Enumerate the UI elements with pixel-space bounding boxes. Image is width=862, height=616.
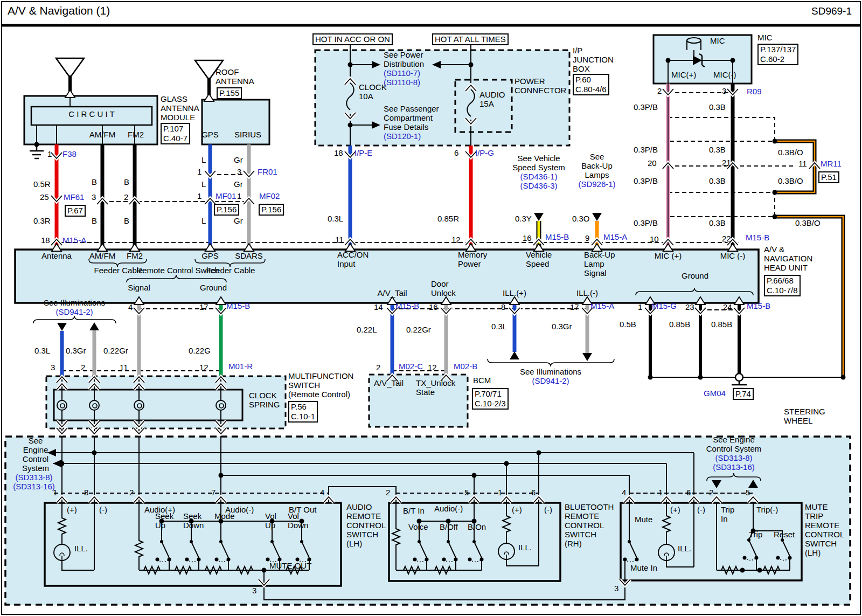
label-m15-b: M15-B [746, 233, 769, 243]
label-p-66-68-c-10-7-8: P.66/68 C.10-7/8 [764, 275, 801, 296]
label-a-v-tail: A/V_Tail [377, 289, 407, 298]
label-m02-b: M02-B [454, 362, 477, 371]
label-p-56-c-10-1: P.56 C.10-1 [288, 401, 318, 423]
label-a-v-navigation-head-unit: A/V & NAVIGATION HEAD UNIT [764, 245, 812, 273]
label-18: 18 [334, 149, 343, 158]
label-gr: Gr [234, 180, 243, 189]
label-0-3b-o: 0.3B/O [795, 219, 821, 228]
label-p-137-137-c-60-2: P.137/137 C.60-2 [757, 44, 798, 65]
label-p-51: P.51 [818, 171, 839, 183]
label-a-v-tail: A/V_Tail [374, 379, 404, 388]
label-1: 1 [197, 168, 201, 177]
label-trip-in: Trip In [721, 506, 734, 524]
label-24: 24 [723, 303, 732, 312]
label-0-3l: 0.3L [34, 347, 50, 356]
label-voice: Voice [408, 523, 428, 532]
label-signal: Signal [128, 283, 150, 293]
label-door-unlock: Door Unlock [431, 280, 456, 298]
label-sd120-1: (SD120-1) [384, 132, 421, 141]
label-mute-trip-remote-control-switch-lh: MUTE TRIP REMOTE CONTROL SWITCH (LH) [805, 503, 844, 558]
label-multifunction-switch-remote-control: MULTIFUNCTION SWITCH (Remote Control) [288, 372, 353, 399]
label-: (-) [544, 506, 552, 515]
label-12: 12 [451, 236, 461, 245]
label-5: 5 [746, 488, 750, 497]
label-tx-unlock-state: TX_Unlock State [416, 379, 455, 397]
label-mic: MIC [757, 33, 773, 43]
label-3: 3 [92, 193, 96, 202]
label-steering-wheel: STEERING WHEEL [784, 407, 825, 426]
label-memory-power: Memory Power [458, 251, 487, 269]
label-roof-antenna: ROOF ANTENNA [215, 68, 254, 86]
label-0-3p-b: 0.3P/B [634, 219, 658, 228]
label-21: 21 [722, 158, 731, 168]
label-0-3gr: 0.3Gr [552, 322, 572, 331]
label-8: 8 [84, 488, 88, 497]
label-0-5b: 0.5B [620, 320, 636, 329]
label-back-up-lamp-signal: Back-Up Lamp Signal [584, 251, 615, 278]
label-c-i-r-c-u-i-t: C I R C U I T [68, 110, 115, 119]
label-2: 2 [376, 363, 380, 372]
label-gps: GPS [201, 252, 219, 261]
label-6: 6 [531, 488, 536, 497]
label-mic: MIC(-) [713, 71, 736, 80]
label-2: 2 [709, 488, 713, 497]
label-sd941-2: (SD941-2) [55, 308, 93, 317]
label-hot-at-all-times: HOT AT ALL TIMES [432, 33, 509, 45]
label-16: 16 [429, 303, 438, 312]
labels-layer: A/V & Navigation (1)SD969-1GLASS ANTENNA… [0, 0, 862, 616]
label-6: 6 [686, 488, 691, 497]
label-a-v-navigation-1: A/V & Navigation (1) [8, 4, 110, 17]
label-2: 2 [657, 87, 662, 96]
label-gr: Gr [234, 156, 243, 165]
label-see-vehicle-speed-system: See Vehicle Speed System [512, 154, 565, 172]
label-b: B [124, 217, 129, 226]
label-b: B [92, 217, 97, 226]
label-audio-remote-control-switch-lh: AUDIO REMOTE CONTROL SWITCH (LH) [346, 503, 386, 549]
label-12: 12 [199, 363, 208, 372]
label-p-70-71-c-10-2-3: P.70/71 C.10-2/3 [472, 388, 509, 410]
label-see-engine-control-system: See Engine Control System [22, 437, 49, 473]
label-3: 3 [237, 168, 241, 177]
label-m15-a: M15-A [603, 233, 627, 242]
label-0-3b: 0.3B [709, 219, 726, 228]
label-mic: MIC(+) [671, 71, 696, 80]
label-fr01: FR01 [258, 168, 277, 177]
label-: (-) [99, 506, 107, 515]
label-0-3o: 0.3O [572, 214, 590, 224]
label-3: 3 [51, 363, 55, 372]
label-m15-g: M15-G [652, 302, 677, 311]
label-0-3r: 0.3R [33, 217, 51, 226]
label-ill: ILL.(-) [576, 289, 598, 298]
label-0-22gr: 0.22Gr [406, 326, 431, 335]
label-m15-b: M15-B [226, 302, 250, 311]
label-: (+) [67, 506, 77, 515]
label-mf02: MF02 [259, 192, 280, 201]
label-5: 5 [464, 488, 469, 497]
label-6: 6 [454, 149, 458, 158]
label-clock-spring: CLOCK SPRING [249, 391, 280, 410]
label-mic: MIC [710, 37, 725, 46]
wiring-diagram-page: A/V & Navigation (1)SD969-1GLASS ANTENNA… [0, 0, 862, 616]
label-b-off: B/Off [440, 523, 458, 532]
label-p-60-c-80-4-6: P.60 C.80-4/6 [573, 74, 609, 95]
label-m02-c: M02-C [399, 362, 423, 371]
label-9: 9 [585, 234, 589, 243]
label-m15-b: M15-B [545, 233, 569, 242]
label-sdars: SDARS [235, 252, 263, 261]
label-ill: ILL. [74, 544, 88, 553]
label-m15-b: M15-B [747, 302, 770, 311]
label-0-5r: 0.5R [33, 180, 51, 189]
label-3: 3 [722, 87, 726, 96]
label-b-t-in: B/T In [403, 507, 425, 516]
label-am-fm: AM/FM [89, 252, 115, 261]
label-17: 17 [199, 303, 208, 312]
label-0-3b-o: 0.3B/O [778, 148, 803, 157]
label-2: 2 [386, 488, 390, 497]
label-3: 3 [614, 584, 618, 593]
label-1: 1 [638, 303, 642, 312]
label-4: 4 [320, 488, 324, 497]
label-b: B [92, 178, 97, 187]
label-0-3b: 0.3B [709, 103, 726, 112]
label-p-74: P.74 [733, 388, 754, 400]
label-f38: F38 [62, 150, 77, 159]
